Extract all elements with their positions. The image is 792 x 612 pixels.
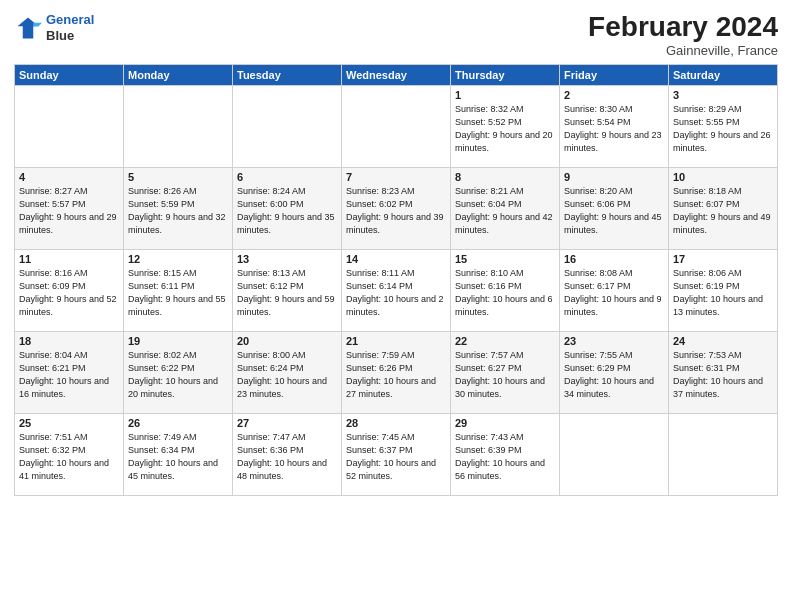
day-number: 20 bbox=[237, 335, 337, 347]
day-number: 26 bbox=[128, 417, 228, 429]
table-row: 10Sunrise: 8:18 AM Sunset: 6:07 PM Dayli… bbox=[669, 167, 778, 249]
table-row bbox=[669, 413, 778, 495]
table-row: 8Sunrise: 8:21 AM Sunset: 6:04 PM Daylig… bbox=[451, 167, 560, 249]
day-number: 17 bbox=[673, 253, 773, 265]
table-row: 16Sunrise: 8:08 AM Sunset: 6:17 PM Dayli… bbox=[560, 249, 669, 331]
table-row bbox=[124, 85, 233, 167]
day-info: Sunrise: 7:59 AM Sunset: 6:26 PM Dayligh… bbox=[346, 349, 446, 401]
day-info: Sunrise: 8:32 AM Sunset: 5:52 PM Dayligh… bbox=[455, 103, 555, 155]
header-thursday: Thursday bbox=[451, 64, 560, 85]
calendar-week-row: 4Sunrise: 8:27 AM Sunset: 5:57 PM Daylig… bbox=[15, 167, 778, 249]
table-row bbox=[15, 85, 124, 167]
day-info: Sunrise: 7:57 AM Sunset: 6:27 PM Dayligh… bbox=[455, 349, 555, 401]
day-info: Sunrise: 8:10 AM Sunset: 6:16 PM Dayligh… bbox=[455, 267, 555, 319]
day-info: Sunrise: 8:27 AM Sunset: 5:57 PM Dayligh… bbox=[19, 185, 119, 237]
day-info: Sunrise: 8:29 AM Sunset: 5:55 PM Dayligh… bbox=[673, 103, 773, 155]
day-number: 21 bbox=[346, 335, 446, 347]
table-row: 14Sunrise: 8:11 AM Sunset: 6:14 PM Dayli… bbox=[342, 249, 451, 331]
table-row: 6Sunrise: 8:24 AM Sunset: 6:00 PM Daylig… bbox=[233, 167, 342, 249]
calendar-table: Sunday Monday Tuesday Wednesday Thursday… bbox=[14, 64, 778, 496]
day-number: 28 bbox=[346, 417, 446, 429]
logo-text: General Blue bbox=[46, 12, 94, 43]
table-row: 22Sunrise: 7:57 AM Sunset: 6:27 PM Dayli… bbox=[451, 331, 560, 413]
day-number: 2 bbox=[564, 89, 664, 101]
header-friday: Friday bbox=[560, 64, 669, 85]
day-info: Sunrise: 8:26 AM Sunset: 5:59 PM Dayligh… bbox=[128, 185, 228, 237]
day-number: 11 bbox=[19, 253, 119, 265]
page-container: General Blue February 2024 Gainneville, … bbox=[0, 0, 792, 612]
day-number: 5 bbox=[128, 171, 228, 183]
day-number: 19 bbox=[128, 335, 228, 347]
table-row bbox=[560, 413, 669, 495]
day-info: Sunrise: 8:24 AM Sunset: 6:00 PM Dayligh… bbox=[237, 185, 337, 237]
table-row: 19Sunrise: 8:02 AM Sunset: 6:22 PM Dayli… bbox=[124, 331, 233, 413]
table-row: 20Sunrise: 8:00 AM Sunset: 6:24 PM Dayli… bbox=[233, 331, 342, 413]
month-title: February 2024 bbox=[588, 12, 778, 43]
day-info: Sunrise: 8:21 AM Sunset: 6:04 PM Dayligh… bbox=[455, 185, 555, 237]
day-info: Sunrise: 8:02 AM Sunset: 6:22 PM Dayligh… bbox=[128, 349, 228, 401]
header-sunday: Sunday bbox=[15, 64, 124, 85]
logo-icon bbox=[14, 14, 42, 42]
calendar-week-row: 25Sunrise: 7:51 AM Sunset: 6:32 PM Dayli… bbox=[15, 413, 778, 495]
day-number: 18 bbox=[19, 335, 119, 347]
table-row: 24Sunrise: 7:53 AM Sunset: 6:31 PM Dayli… bbox=[669, 331, 778, 413]
table-row: 5Sunrise: 8:26 AM Sunset: 5:59 PM Daylig… bbox=[124, 167, 233, 249]
day-info: Sunrise: 8:13 AM Sunset: 6:12 PM Dayligh… bbox=[237, 267, 337, 319]
day-number: 27 bbox=[237, 417, 337, 429]
day-info: Sunrise: 7:43 AM Sunset: 6:39 PM Dayligh… bbox=[455, 431, 555, 483]
table-row: 15Sunrise: 8:10 AM Sunset: 6:16 PM Dayli… bbox=[451, 249, 560, 331]
day-info: Sunrise: 8:06 AM Sunset: 6:19 PM Dayligh… bbox=[673, 267, 773, 319]
day-number: 24 bbox=[673, 335, 773, 347]
svg-marker-1 bbox=[33, 22, 42, 26]
day-number: 23 bbox=[564, 335, 664, 347]
table-row: 23Sunrise: 7:55 AM Sunset: 6:29 PM Dayli… bbox=[560, 331, 669, 413]
calendar-week-row: 11Sunrise: 8:16 AM Sunset: 6:09 PM Dayli… bbox=[15, 249, 778, 331]
day-info: Sunrise: 8:15 AM Sunset: 6:11 PM Dayligh… bbox=[128, 267, 228, 319]
day-number: 29 bbox=[455, 417, 555, 429]
table-row: 11Sunrise: 8:16 AM Sunset: 6:09 PM Dayli… bbox=[15, 249, 124, 331]
table-row: 3Sunrise: 8:29 AM Sunset: 5:55 PM Daylig… bbox=[669, 85, 778, 167]
day-info: Sunrise: 8:11 AM Sunset: 6:14 PM Dayligh… bbox=[346, 267, 446, 319]
logo: General Blue bbox=[14, 12, 94, 43]
table-row bbox=[342, 85, 451, 167]
day-number: 6 bbox=[237, 171, 337, 183]
day-info: Sunrise: 8:18 AM Sunset: 6:07 PM Dayligh… bbox=[673, 185, 773, 237]
header-wednesday: Wednesday bbox=[342, 64, 451, 85]
day-number: 25 bbox=[19, 417, 119, 429]
day-info: Sunrise: 8:16 AM Sunset: 6:09 PM Dayligh… bbox=[19, 267, 119, 319]
table-row: 2Sunrise: 8:30 AM Sunset: 5:54 PM Daylig… bbox=[560, 85, 669, 167]
table-row: 9Sunrise: 8:20 AM Sunset: 6:06 PM Daylig… bbox=[560, 167, 669, 249]
table-row: 4Sunrise: 8:27 AM Sunset: 5:57 PM Daylig… bbox=[15, 167, 124, 249]
table-row: 29Sunrise: 7:43 AM Sunset: 6:39 PM Dayli… bbox=[451, 413, 560, 495]
day-number: 9 bbox=[564, 171, 664, 183]
day-number: 1 bbox=[455, 89, 555, 101]
calendar-week-row: 1Sunrise: 8:32 AM Sunset: 5:52 PM Daylig… bbox=[15, 85, 778, 167]
day-info: Sunrise: 7:49 AM Sunset: 6:34 PM Dayligh… bbox=[128, 431, 228, 483]
day-number: 13 bbox=[237, 253, 337, 265]
header: General Blue February 2024 Gainneville, … bbox=[14, 12, 778, 58]
location: Gainneville, France bbox=[588, 43, 778, 58]
day-info: Sunrise: 7:45 AM Sunset: 6:37 PM Dayligh… bbox=[346, 431, 446, 483]
day-info: Sunrise: 8:23 AM Sunset: 6:02 PM Dayligh… bbox=[346, 185, 446, 237]
day-number: 8 bbox=[455, 171, 555, 183]
day-info: Sunrise: 7:51 AM Sunset: 6:32 PM Dayligh… bbox=[19, 431, 119, 483]
title-block: February 2024 Gainneville, France bbox=[588, 12, 778, 58]
table-row: 27Sunrise: 7:47 AM Sunset: 6:36 PM Dayli… bbox=[233, 413, 342, 495]
day-info: Sunrise: 8:08 AM Sunset: 6:17 PM Dayligh… bbox=[564, 267, 664, 319]
table-row: 28Sunrise: 7:45 AM Sunset: 6:37 PM Dayli… bbox=[342, 413, 451, 495]
day-number: 4 bbox=[19, 171, 119, 183]
day-number: 12 bbox=[128, 253, 228, 265]
day-info: Sunrise: 8:20 AM Sunset: 6:06 PM Dayligh… bbox=[564, 185, 664, 237]
day-number: 3 bbox=[673, 89, 773, 101]
table-row: 13Sunrise: 8:13 AM Sunset: 6:12 PM Dayli… bbox=[233, 249, 342, 331]
table-row: 25Sunrise: 7:51 AM Sunset: 6:32 PM Dayli… bbox=[15, 413, 124, 495]
table-row: 21Sunrise: 7:59 AM Sunset: 6:26 PM Dayli… bbox=[342, 331, 451, 413]
calendar-week-row: 18Sunrise: 8:04 AM Sunset: 6:21 PM Dayli… bbox=[15, 331, 778, 413]
day-info: Sunrise: 8:30 AM Sunset: 5:54 PM Dayligh… bbox=[564, 103, 664, 155]
header-saturday: Saturday bbox=[669, 64, 778, 85]
svg-marker-0 bbox=[18, 17, 39, 38]
day-number: 14 bbox=[346, 253, 446, 265]
day-number: 7 bbox=[346, 171, 446, 183]
day-info: Sunrise: 7:53 AM Sunset: 6:31 PM Dayligh… bbox=[673, 349, 773, 401]
header-tuesday: Tuesday bbox=[233, 64, 342, 85]
